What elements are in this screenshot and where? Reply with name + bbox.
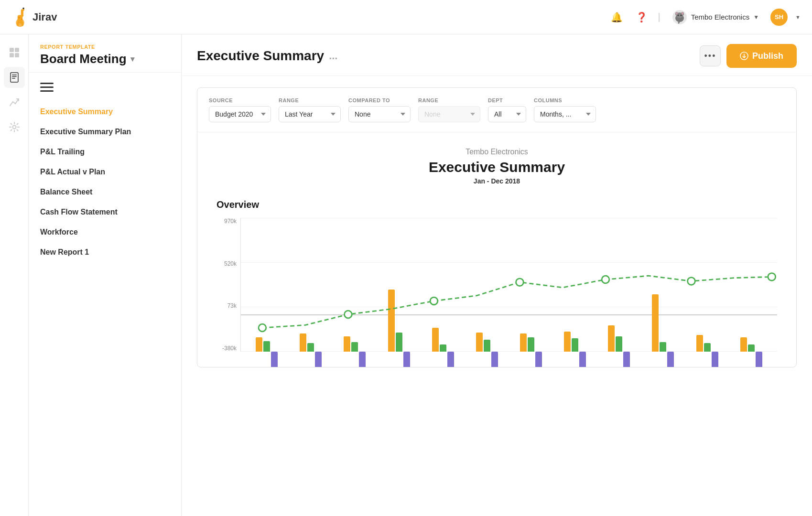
range-label: RANGE xyxy=(279,97,341,103)
sidebar-reports-button[interactable] xyxy=(4,67,25,88)
bar-group-3 xyxy=(344,329,366,352)
user-avatar[interactable]: SH xyxy=(770,9,788,26)
bar-green-3 xyxy=(351,342,358,352)
report-panel: SOURCE Budget 2020 RANGE Last Year COMPA… xyxy=(197,87,797,367)
report-content: SOURCE Budget 2020 RANGE Last Year COMPA… xyxy=(182,87,812,367)
bar-orange-7 xyxy=(520,333,527,352)
range2-select: None xyxy=(418,106,480,122)
svg-rect-18 xyxy=(10,48,14,52)
svg-point-26 xyxy=(12,126,16,129)
report-template-label: REPORT TEMPLATE xyxy=(40,44,170,50)
hamburger-line-2 xyxy=(40,86,54,88)
publish-button[interactable]: Publish xyxy=(726,44,797,68)
nav-item-3[interactable]: P&L Actual v Plan xyxy=(29,162,181,182)
dept-label: DEPT xyxy=(488,97,526,103)
svg-point-16 xyxy=(677,14,679,16)
divider: | xyxy=(658,11,660,22)
bar-orange-9 xyxy=(608,325,615,352)
bar-orange-4 xyxy=(388,290,395,352)
notifications-button[interactable]: 🔔 xyxy=(608,9,625,26)
user-chevron-icon: ▼ xyxy=(795,14,801,20)
board-meeting-dropdown-icon[interactable]: ▾ xyxy=(130,54,134,64)
y-axis: 970k 520k 73k -380k xyxy=(217,218,240,352)
nav-item-5[interactable]: Cash Flow Statement xyxy=(29,202,181,222)
bar-orange-1 xyxy=(256,337,262,352)
dept-select[interactable]: All xyxy=(488,106,526,122)
source-label: SOURCE xyxy=(209,97,271,103)
range-select[interactable]: Last Year xyxy=(279,106,341,122)
bar-orange-11 xyxy=(696,335,703,352)
chart-body xyxy=(240,218,777,352)
svg-point-7 xyxy=(18,17,20,18)
y-label-bottom: -380k xyxy=(222,345,237,352)
columns-label: COLUMNS xyxy=(534,97,596,103)
svg-point-14 xyxy=(676,12,678,15)
app-logo[interactable]: Jirav xyxy=(11,7,57,28)
source-select[interactable]: Budget 2020 xyxy=(209,106,271,122)
bar-purple-10 xyxy=(667,352,674,367)
bar-green-8 xyxy=(572,338,578,352)
range-filter-group: RANGE Last Year xyxy=(279,97,341,122)
nav-item-2[interactable]: P&L Trailing xyxy=(29,142,181,162)
range2-filter-group: RANGE None xyxy=(418,97,480,122)
bar-group-11 xyxy=(696,329,718,352)
nav-item-4[interactable]: Balance Sheet xyxy=(29,182,181,202)
sidebar-settings-button[interactable] xyxy=(4,117,25,138)
columns-filter-group: COLUMNS Months, ... xyxy=(534,97,596,122)
bar-group-5 xyxy=(432,325,454,352)
columns-select[interactable]: Months, ... xyxy=(534,106,596,122)
hamburger-menu[interactable] xyxy=(29,80,181,94)
bar-group-7 xyxy=(520,323,542,352)
hamburger-line-3 xyxy=(40,90,54,92)
filter-bar: SOURCE Budget 2020 RANGE Last Year COMPA… xyxy=(197,88,796,132)
svg-rect-25 xyxy=(12,78,15,79)
bar-group-9 xyxy=(608,322,630,352)
dept-filter-group: DEPT All xyxy=(488,97,526,122)
bar-purple-4 xyxy=(403,352,410,367)
company-name: Tembo Electronics xyxy=(691,13,750,21)
board-meeting-title: Board Meeting ▾ xyxy=(40,52,170,66)
bar-green-11 xyxy=(704,343,711,352)
bar-purple-3 xyxy=(359,352,366,367)
bar-green-1 xyxy=(263,341,270,352)
bar-purple-2 xyxy=(315,352,322,367)
y-label-top: 970k xyxy=(224,218,237,225)
bar-chart: 970k 520k 73k -380k xyxy=(217,218,777,352)
nav-item-0[interactable]: Executive Summary xyxy=(29,102,181,122)
nav-item-7[interactable]: New Report 1 xyxy=(29,242,181,262)
reports-icon xyxy=(9,72,20,83)
content-area: Executive Summary ... ••• Publish xyxy=(182,34,812,516)
chart-title: Executive Summary xyxy=(217,159,777,175)
svg-rect-5 xyxy=(17,22,19,26)
publish-icon xyxy=(740,52,748,60)
bar-orange-5 xyxy=(432,328,439,352)
svg-rect-24 xyxy=(12,76,17,77)
svg-rect-19 xyxy=(15,48,19,52)
company-chevron-icon: ▼ xyxy=(753,14,759,21)
left-nav-header: REPORT TEMPLATE Board Meeting ▾ xyxy=(29,34,181,73)
sidebar-dashboard-button[interactable] xyxy=(4,42,25,63)
nav-item-6[interactable]: Workforce xyxy=(29,222,181,242)
dashboard-icon xyxy=(9,47,20,58)
bar-purple-1 xyxy=(271,352,278,367)
company-selector[interactable]: Tembo Electronics ▼ xyxy=(668,8,763,27)
help-button[interactable]: ❓ xyxy=(633,9,650,26)
compared-to-select[interactable]: None xyxy=(348,106,411,122)
header-actions: ••• Publish xyxy=(700,44,797,68)
hamburger-line-1 xyxy=(40,83,54,84)
nav-item-1[interactable]: Executive Summary Plan xyxy=(29,122,181,142)
chart-date: Jan - Dec 2018 xyxy=(217,177,777,185)
bar-green-2 xyxy=(307,343,314,352)
bar-group-10 xyxy=(652,294,674,352)
left-nav: REPORT TEMPLATE Board Meeting ▾ Executiv… xyxy=(29,34,182,516)
bar-green-9 xyxy=(616,336,622,352)
page-title-dots: ... xyxy=(329,50,337,62)
sidebar-metrics-button[interactable] xyxy=(4,92,25,113)
bar-group-6 xyxy=(476,323,498,352)
svg-rect-6 xyxy=(22,22,23,26)
bar-green-4 xyxy=(396,333,402,352)
svg-point-8 xyxy=(21,19,22,20)
bar-group-1 xyxy=(256,325,278,352)
more-options-button[interactable]: ••• xyxy=(700,45,721,66)
bar-green-12 xyxy=(748,344,755,352)
